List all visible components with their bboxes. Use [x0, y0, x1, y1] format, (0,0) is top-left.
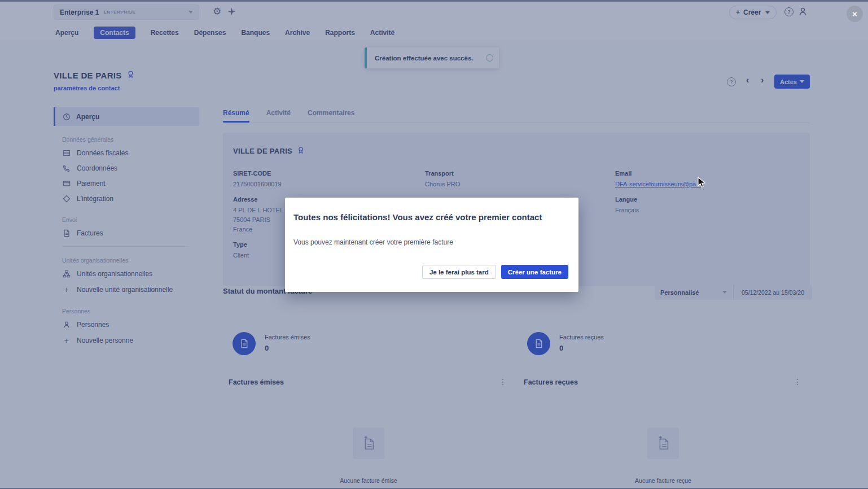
window-top-edge	[0, 0, 868, 2]
app-screen: Enterprise 1 ENTERPRISE ⚙ + Créer ? Aper…	[0, 0, 868, 489]
close-icon[interactable]: ×	[847, 6, 863, 22]
later-button[interactable]: Je le ferai plus tard	[422, 265, 496, 279]
mouse-cursor	[696, 177, 708, 190]
congratulations-modal: Toutes nos félicitations! Vous avez créé…	[285, 198, 578, 292]
modal-body: Vous pouvez maintenant créer votre premi…	[293, 238, 453, 246]
modal-title: Toutes nos félicitations! Vous avez créé…	[293, 212, 570, 222]
create-invoice-button[interactable]: Créer une facture	[501, 265, 568, 279]
modal-actions: Je le ferai plus tard Créer une facture	[422, 265, 568, 279]
